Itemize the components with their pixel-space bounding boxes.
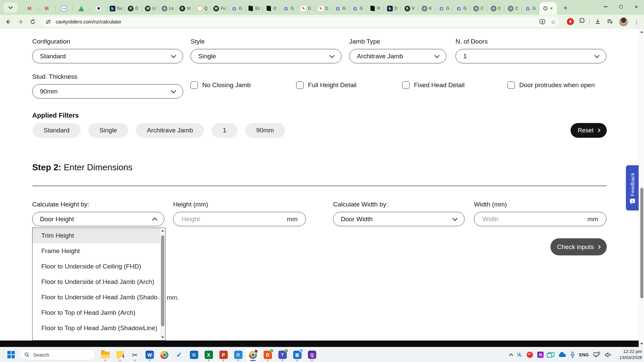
dropdown-option[interactable]: Floor to Underside of Head Jamb (Arch) [33,274,161,290]
stud-thickness-select[interactable]: 90mm [32,84,183,99]
checkbox-fixed-head-detail[interactable]: Fixed Head Detail [402,81,465,89]
menu-kebab-icon[interactable]: ⋮ [633,17,640,26]
scroll-down-icon[interactable] [160,335,165,340]
browser-tab[interactable]: 13 [55,2,73,15]
taskbar-app-teams[interactable]: T✓ [275,348,290,362]
reset-button[interactable]: Reset [571,123,607,138]
page-scroll-thumb[interactable] [640,188,643,298]
dropdown-scrollbar[interactable] [160,228,165,340]
style-select[interactable]: Single [191,49,341,63]
minimize-button[interactable] [598,0,613,13]
scroll-down-icon[interactable] [639,342,644,346]
browser-tab[interactable]: Ec [246,2,263,15]
back-button[interactable] [3,17,13,26]
checkbox-box[interactable] [296,81,304,89]
check-inputs-button[interactable]: Check inputs [550,238,607,255]
checkbox-no-closing-jamb[interactable]: No Closing Jamb [191,81,251,89]
browser-tab[interactable]: bSu [107,2,125,15]
taskbar-app-todo[interactable]: ✓ [172,348,186,362]
microphone-icon[interactable] [570,352,575,358]
start-button[interactable] [7,351,15,358]
tab-close-icon[interactable]: × [550,6,552,11]
browser-tab[interactable]: GG [453,2,470,15]
browser-tab[interactable]: RV [401,2,418,15]
taskbar-search[interactable]: Search [19,349,96,360]
taskbar-clock[interactable]: 12:22 pm 13/03/2026 [616,349,642,361]
taskbar-app-excel[interactable]: X [201,348,216,362]
forward-button[interactable] [16,17,25,26]
browser-tab[interactable]: GG [280,2,298,15]
scroll-up-icon[interactable] [160,228,165,233]
tab-search-button[interactable] [3,2,17,13]
feedback-button[interactable]: Feedback c [626,165,639,210]
checkbox-door-protrudes-when-open[interactable]: Door protrudes when open [507,81,595,89]
browser-tab[interactable]: ⊕Lo [159,2,176,15]
browser-tab[interactable]: ⊕K [418,2,436,15]
browser-tab[interactable]: Q [194,2,211,15]
install-app-icon[interactable] [539,19,545,25]
browser-tab[interactable]: WFu [211,2,228,15]
blocker-extension-icon[interactable] [567,18,574,25]
width-input[interactable] [482,216,585,223]
browser-tab[interactable]: M [38,2,56,15]
browser-tab[interactable]: RD [124,2,142,15]
browser-tab[interactable]: ⊕C [470,2,487,15]
taskbar-app-bshield[interactable]: B✓ [260,348,275,362]
taskbar-app-sticky[interactable] [113,348,127,362]
browser-tab[interactable]: ⊕C [487,2,505,15]
language-indicator[interactable]: ENG [579,352,589,357]
taskbar-app-grid[interactable]: ▦⊞ [290,348,305,362]
taskbar-app-chrome-active[interactable] [246,348,260,362]
dropdown-option[interactable]: Floor to Top of Head Jamb (Arch) [33,305,161,320]
onedrive-cloud-icon[interactable] [559,354,566,357]
new-tab-button[interactable]: + [561,3,570,13]
checkbox-full-height-detail[interactable]: Full Height Detail [296,81,357,89]
n-of-doors-select[interactable]: 1 [455,49,606,63]
taskbar-app-word[interactable]: W [142,348,157,362]
scroll-up-icon[interactable] [639,29,644,34]
url-text[interactable]: cavitysliders.com/nz/calculator [56,19,121,24]
browser-tab[interactable]: ⊕C [504,2,522,15]
site-info-icon[interactable] [46,19,51,24]
downloads-icon[interactable] [594,18,601,25]
browser-tab[interactable]: O [263,2,280,15]
taskbar-app-q[interactable]: Q [305,348,319,362]
dropdown-option[interactable]: Floor to Top of Head Jamb (ShadowLine) [33,320,161,336]
extensions-puzzle-icon[interactable] [579,18,585,24]
profile-avatar[interactable] [619,17,628,26]
calc-height-select[interactable]: Door Height [32,212,164,226]
dropdown-option[interactable]: Floor to Underside of Ceiling (FHD) [33,259,161,274]
taskbar-app-store[interactable]: ⊞ [186,348,201,362]
taskbar-app-ppt[interactable]: P [216,348,231,362]
taskbar-app-tiles[interactable]: ⊞ [231,348,246,362]
configuration-select[interactable]: Standard [32,49,183,63]
taskbar-app-folder[interactable] [98,348,113,362]
tray-chevron-up-icon[interactable] [509,353,513,357]
dropdown-option[interactable]: Frame Height [33,243,161,259]
checkbox-box[interactable] [402,81,410,89]
checkbox-box[interactable] [507,81,515,89]
browser-tab[interactable]: GG [332,2,349,15]
browser-tab[interactable]: ✎D [315,2,332,15]
vl-tray-icon[interactable]: VL [517,352,522,357]
media-playlist-icon[interactable] [606,18,613,25]
dropdown-option[interactable]: Floor to Underside of Head Jamb (Shado..… [33,290,161,305]
bookmark-star-icon[interactable]: ☆ [551,18,556,25]
browser-tab[interactable]: RVi [176,2,194,15]
taskbar-app-chrome[interactable] [157,348,172,362]
antivirus-tray-icon[interactable] [527,352,533,358]
browser-tab[interactable]: GG [522,2,539,15]
calc-width-select[interactable]: Door Width [333,212,465,226]
close-button[interactable]: × [629,0,644,13]
browser-tab[interactable]: WLl [142,2,159,15]
jamb-type-select[interactable]: Architrave Jamb [349,49,446,63]
browser-tab[interactable]: M [21,2,38,15]
dropdown-option[interactable]: Trim Height [33,228,161,243]
reload-button[interactable] [28,17,38,26]
checkbox-box[interactable] [191,81,198,89]
taskbar-app-snip[interactable]: ✂ [127,348,142,362]
maximize-button[interactable] [613,0,629,13]
speaker-muted-icon[interactable] [605,352,611,358]
browser-tab[interactable]: bD [384,2,401,15]
omnibox[interactable]: cavitysliders.com/nz/calculator ☆ [41,17,559,27]
